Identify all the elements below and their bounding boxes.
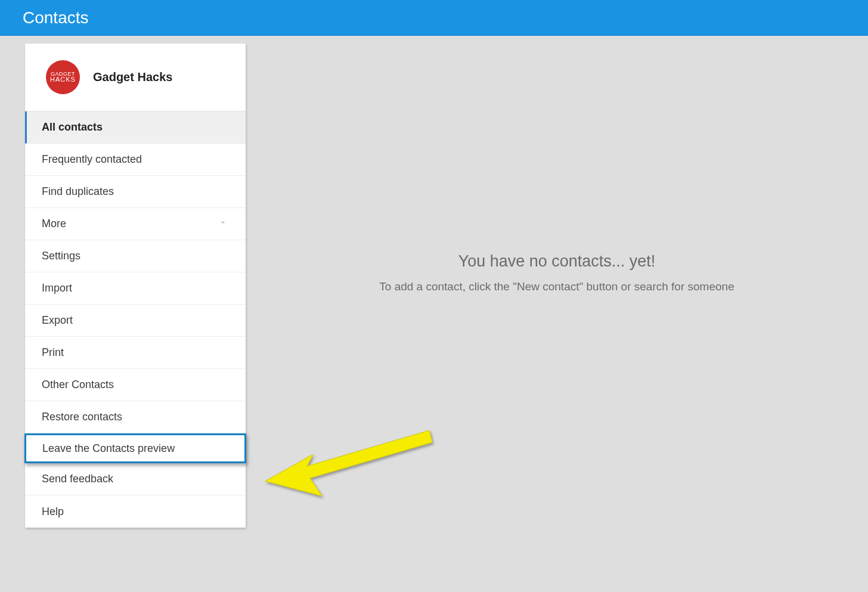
sidebar-item-label: Send feedback <box>42 473 113 485</box>
sidebar-item-label: Find duplicates <box>42 185 114 198</box>
sidebar-item-export[interactable]: Export <box>25 305 246 337</box>
app-title: Contacts <box>23 8 89 27</box>
sidebar: GADGET HACKS Gadget Hacks All contacts F… <box>25 44 246 528</box>
profile-section[interactable]: GADGET HACKS Gadget Hacks <box>25 44 246 111</box>
sidebar-item-label: Leave the Contacts preview <box>42 442 175 455</box>
sidebar-item-other-contacts[interactable]: Other Contacts <box>25 369 246 401</box>
sidebar-item-label: More <box>42 218 66 230</box>
sidebar-item-settings[interactable]: Settings <box>25 240 246 272</box>
sidebar-item-label: Frequently contacted <box>42 153 142 166</box>
avatar-text-bottom: HACKS <box>50 76 76 83</box>
sidebar-item-restore-contacts[interactable]: Restore contacts <box>25 401 246 433</box>
sidebar-item-label: Print <box>42 346 64 359</box>
sidebar-item-leave-preview[interactable]: Leave the Contacts preview <box>24 433 246 463</box>
app-header: Contacts <box>0 0 868 36</box>
empty-state-title: You have no contacts... yet! <box>458 252 656 271</box>
content-area: GADGET HACKS Gadget Hacks All contacts F… <box>0 36 868 528</box>
sidebar-item-all-contacts[interactable]: All contacts <box>25 111 246 144</box>
profile-name: Gadget Hacks <box>93 70 172 84</box>
avatar: GADGET HACKS <box>46 60 80 94</box>
sidebar-item-print[interactable]: Print <box>25 337 246 369</box>
sidebar-item-label: Export <box>42 314 73 327</box>
sidebar-item-label: Restore contacts <box>42 411 122 423</box>
sidebar-item-import[interactable]: Import <box>25 272 246 305</box>
chevron-down-icon <box>218 218 228 230</box>
sidebar-item-label: Help <box>42 506 64 518</box>
empty-state-subtitle: To add a contact, click the "New contact… <box>379 280 734 293</box>
sidebar-item-help[interactable]: Help <box>25 495 246 528</box>
sidebar-item-label: Settings <box>42 250 80 262</box>
sidebar-item-label: Import <box>42 282 72 295</box>
main-content: You have no contacts... yet! To add a co… <box>246 44 868 528</box>
sidebar-item-label: All contacts <box>42 121 103 134</box>
sidebar-item-send-feedback[interactable]: Send feedback <box>25 463 246 495</box>
sidebar-item-label: Other Contacts <box>42 379 114 391</box>
sidebar-item-find-duplicates[interactable]: Find duplicates <box>25 176 246 208</box>
sidebar-item-more[interactable]: More <box>25 208 246 240</box>
sidebar-item-frequently-contacted[interactable]: Frequently contacted <box>25 144 246 176</box>
